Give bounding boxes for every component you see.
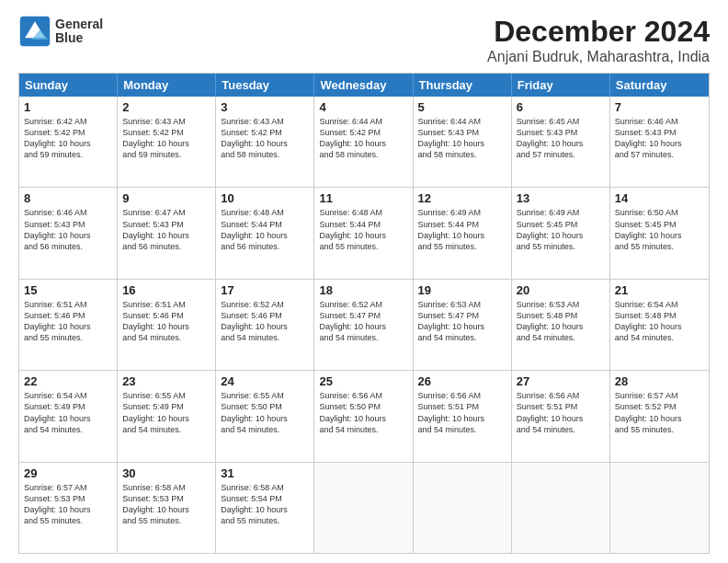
logo-line2: Blue — [55, 31, 103, 45]
cell-info: Sunrise: 6:45 AM Sunset: 5:43 PM Dayligh… — [517, 116, 605, 161]
day-number: 14 — [615, 191, 704, 205]
calendar-cell — [414, 463, 512, 553]
logo: General Blue — [18, 15, 103, 48]
day-number: 23 — [122, 374, 210, 388]
day-number: 31 — [221, 466, 309, 480]
day-number: 26 — [418, 374, 506, 388]
calendar-cell: 18Sunrise: 6:52 AM Sunset: 5:47 PM Dayli… — [314, 280, 413, 370]
calendar-cell: 6Sunrise: 6:45 AM Sunset: 5:43 PM Daylig… — [512, 97, 610, 187]
calendar-cell: 17Sunrise: 6:52 AM Sunset: 5:46 PM Dayli… — [216, 280, 314, 370]
cell-info: Sunrise: 6:56 AM Sunset: 5:50 PM Dayligh… — [319, 390, 407, 435]
calendar: SundayMondayTuesdayWednesdayThursdayFrid… — [18, 73, 710, 554]
calendar-cell: 20Sunrise: 6:53 AM Sunset: 5:48 PM Dayli… — [512, 280, 610, 370]
day-number: 25 — [319, 374, 407, 388]
calendar-cell: 26Sunrise: 6:56 AM Sunset: 5:51 PM Dayli… — [414, 371, 512, 461]
cell-info: Sunrise: 6:57 AM Sunset: 5:52 PM Dayligh… — [615, 390, 704, 435]
day-number: 10 — [221, 191, 309, 205]
calendar-week-3: 22Sunrise: 6:54 AM Sunset: 5:49 PM Dayli… — [19, 370, 709, 461]
cell-info: Sunrise: 6:51 AM Sunset: 5:46 PM Dayligh… — [24, 299, 112, 344]
day-number: 16 — [122, 283, 210, 297]
cell-info: Sunrise: 6:54 AM Sunset: 5:49 PM Dayligh… — [24, 390, 112, 435]
calendar-week-2: 15Sunrise: 6:51 AM Sunset: 5:46 PM Dayli… — [19, 279, 709, 370]
day-number: 29 — [24, 466, 112, 480]
day-number: 30 — [122, 466, 210, 480]
cell-info: Sunrise: 6:44 AM Sunset: 5:43 PM Dayligh… — [418, 116, 506, 161]
day-number: 5 — [418, 100, 506, 114]
day-number: 9 — [122, 191, 210, 205]
calendar-cell — [314, 463, 413, 553]
calendar-cell: 10Sunrise: 6:48 AM Sunset: 5:44 PM Dayli… — [216, 188, 314, 278]
day-number: 7 — [615, 100, 704, 114]
cell-info: Sunrise: 6:42 AM Sunset: 5:42 PM Dayligh… — [24, 116, 112, 161]
calendar-week-0: 1Sunrise: 6:42 AM Sunset: 5:42 PM Daylig… — [19, 97, 709, 187]
calendar-cell: 4Sunrise: 6:44 AM Sunset: 5:42 PM Daylig… — [314, 97, 413, 187]
calendar-cell: 7Sunrise: 6:46 AM Sunset: 5:43 PM Daylig… — [610, 97, 709, 187]
calendar-cell: 2Sunrise: 6:43 AM Sunset: 5:42 PM Daylig… — [118, 97, 216, 187]
calendar-cell: 31Sunrise: 6:58 AM Sunset: 5:54 PM Dayli… — [216, 463, 314, 553]
calendar-header: SundayMondayTuesdayWednesdayThursdayFrid… — [19, 74, 709, 97]
cell-info: Sunrise: 6:53 AM Sunset: 5:48 PM Dayligh… — [517, 299, 605, 344]
day-number: 17 — [221, 283, 309, 297]
cell-info: Sunrise: 6:57 AM Sunset: 5:53 PM Dayligh… — [24, 482, 112, 527]
cell-info: Sunrise: 6:55 AM Sunset: 5:50 PM Dayligh… — [221, 390, 309, 435]
calendar-cell: 1Sunrise: 6:42 AM Sunset: 5:42 PM Daylig… — [19, 97, 118, 187]
header-day-thursday: Thursday — [414, 74, 512, 97]
cell-info: Sunrise: 6:52 AM Sunset: 5:47 PM Dayligh… — [319, 299, 407, 344]
cell-info: Sunrise: 6:49 AM Sunset: 5:45 PM Dayligh… — [517, 207, 605, 252]
header-day-sunday: Sunday — [19, 74, 118, 97]
calendar-cell: 29Sunrise: 6:57 AM Sunset: 5:53 PM Dayli… — [19, 463, 118, 553]
calendar-cell: 14Sunrise: 6:50 AM Sunset: 5:45 PM Dayli… — [610, 188, 709, 278]
calendar-body: 1Sunrise: 6:42 AM Sunset: 5:42 PM Daylig… — [19, 97, 709, 553]
day-number: 27 — [517, 374, 605, 388]
cell-info: Sunrise: 6:55 AM Sunset: 5:49 PM Dayligh… — [122, 390, 210, 435]
day-number: 22 — [24, 374, 112, 388]
calendar-cell: 11Sunrise: 6:48 AM Sunset: 5:44 PM Dayli… — [314, 188, 413, 278]
day-number: 21 — [615, 283, 704, 297]
calendar-cell: 24Sunrise: 6:55 AM Sunset: 5:50 PM Dayli… — [216, 371, 314, 461]
calendar-week-4: 29Sunrise: 6:57 AM Sunset: 5:53 PM Dayli… — [19, 462, 709, 553]
cell-info: Sunrise: 6:58 AM Sunset: 5:54 PM Dayligh… — [221, 482, 309, 527]
header: General Blue December 2024 Anjani Budruk… — [18, 15, 710, 65]
cell-info: Sunrise: 6:51 AM Sunset: 5:46 PM Dayligh… — [122, 299, 210, 344]
main-title: December 2024 — [487, 15, 710, 49]
title-block: December 2024 Anjani Budruk, Maharashtra… — [487, 15, 710, 65]
cell-info: Sunrise: 6:43 AM Sunset: 5:42 PM Dayligh… — [122, 116, 210, 161]
sub-title: Anjani Budruk, Maharashtra, India — [487, 49, 710, 65]
day-number: 4 — [319, 100, 407, 114]
calendar-cell: 22Sunrise: 6:54 AM Sunset: 5:49 PM Dayli… — [19, 371, 118, 461]
calendar-cell: 8Sunrise: 6:46 AM Sunset: 5:43 PM Daylig… — [19, 188, 118, 278]
header-day-monday: Monday — [118, 74, 216, 97]
calendar-cell: 15Sunrise: 6:51 AM Sunset: 5:46 PM Dayli… — [19, 280, 118, 370]
calendar-cell: 13Sunrise: 6:49 AM Sunset: 5:45 PM Dayli… — [512, 188, 610, 278]
header-day-tuesday: Tuesday — [216, 74, 314, 97]
page: General Blue December 2024 Anjani Budruk… — [0, 0, 728, 563]
calendar-cell: 19Sunrise: 6:53 AM Sunset: 5:47 PM Dayli… — [414, 280, 512, 370]
cell-info: Sunrise: 6:48 AM Sunset: 5:44 PM Dayligh… — [319, 207, 407, 252]
day-number: 12 — [418, 191, 506, 205]
day-number: 24 — [221, 374, 309, 388]
day-number: 20 — [517, 283, 605, 297]
calendar-cell: 3Sunrise: 6:43 AM Sunset: 5:42 PM Daylig… — [216, 97, 314, 187]
cell-info: Sunrise: 6:43 AM Sunset: 5:42 PM Dayligh… — [221, 116, 309, 161]
cell-info: Sunrise: 6:48 AM Sunset: 5:44 PM Dayligh… — [221, 207, 309, 252]
day-number: 28 — [615, 374, 704, 388]
cell-info: Sunrise: 6:53 AM Sunset: 5:47 PM Dayligh… — [418, 299, 506, 344]
cell-info: Sunrise: 6:49 AM Sunset: 5:44 PM Dayligh… — [418, 207, 506, 252]
calendar-cell: 28Sunrise: 6:57 AM Sunset: 5:52 PM Dayli… — [610, 371, 709, 461]
day-number: 2 — [122, 100, 210, 114]
cell-info: Sunrise: 6:52 AM Sunset: 5:46 PM Dayligh… — [221, 299, 309, 344]
calendar-cell: 5Sunrise: 6:44 AM Sunset: 5:43 PM Daylig… — [414, 97, 512, 187]
calendar-cell: 30Sunrise: 6:58 AM Sunset: 5:53 PM Dayli… — [118, 463, 216, 553]
day-number: 15 — [24, 283, 112, 297]
day-number: 18 — [319, 283, 407, 297]
calendar-cell: 23Sunrise: 6:55 AM Sunset: 5:49 PM Dayli… — [118, 371, 216, 461]
day-number: 1 — [24, 100, 112, 114]
header-day-friday: Friday — [512, 74, 610, 97]
calendar-cell: 16Sunrise: 6:51 AM Sunset: 5:46 PM Dayli… — [118, 280, 216, 370]
day-number: 19 — [418, 283, 506, 297]
cell-info: Sunrise: 6:56 AM Sunset: 5:51 PM Dayligh… — [517, 390, 605, 435]
cell-info: Sunrise: 6:44 AM Sunset: 5:42 PM Dayligh… — [319, 116, 407, 161]
calendar-cell — [512, 463, 610, 553]
cell-info: Sunrise: 6:58 AM Sunset: 5:53 PM Dayligh… — [122, 482, 210, 527]
day-number: 13 — [517, 191, 605, 205]
